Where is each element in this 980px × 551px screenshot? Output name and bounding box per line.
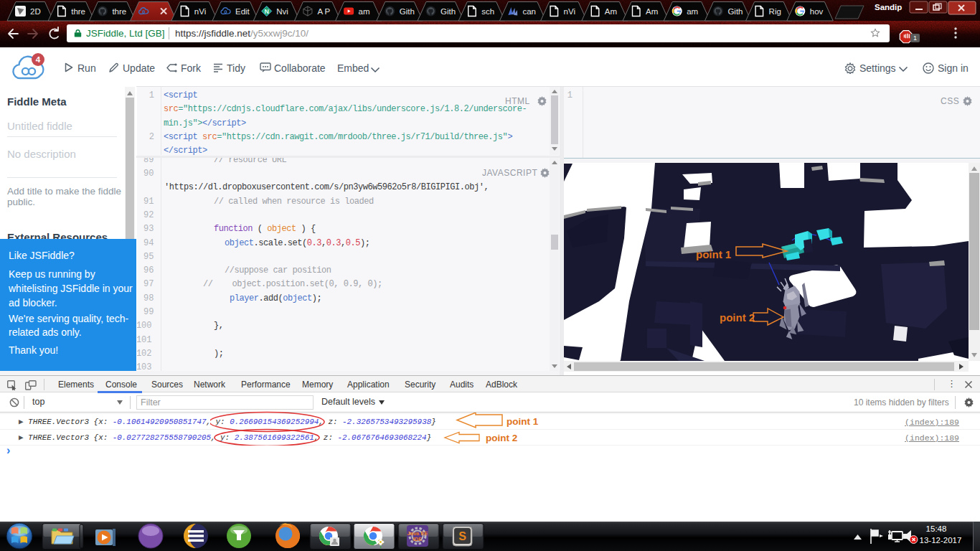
- svg-text:sch: sch: [481, 7, 494, 16]
- svg-text:Am: Am: [646, 7, 658, 16]
- svg-text:Gith: Gith: [440, 7, 456, 16]
- svg-text:Edit: Edit: [235, 7, 250, 16]
- svg-text:A P: A P: [317, 7, 330, 16]
- svg-text:point 2: point 2: [720, 311, 755, 324]
- svg-text:S: S: [458, 530, 466, 542]
- svg-text:N: N: [264, 8, 269, 15]
- svg-text:4: 4: [36, 55, 41, 64]
- svg-text:nVi: nVi: [564, 7, 575, 16]
- svg-text:IDE: IDE: [413, 536, 423, 542]
- svg-text:can: can: [522, 7, 536, 16]
- svg-text:Rig: Rig: [769, 7, 781, 16]
- svg-text:Nvi: Nvi: [276, 7, 288, 16]
- svg-text:Gith: Gith: [400, 7, 415, 16]
- svg-text:Gith: Gith: [727, 7, 743, 16]
- svg-text:am: am: [687, 7, 698, 16]
- svg-text:2D: 2D: [30, 7, 41, 16]
- svg-text:thre: thre: [71, 7, 85, 16]
- svg-text:hov: hov: [810, 7, 824, 16]
- svg-text:1: 1: [913, 34, 917, 42]
- svg-text:Am: Am: [605, 7, 617, 16]
- svg-text:thre: thre: [112, 7, 126, 16]
- svg-text:nVi: nVi: [194, 7, 206, 16]
- svg-text:point 1: point 1: [696, 248, 731, 260]
- svg-text:am: am: [359, 7, 370, 16]
